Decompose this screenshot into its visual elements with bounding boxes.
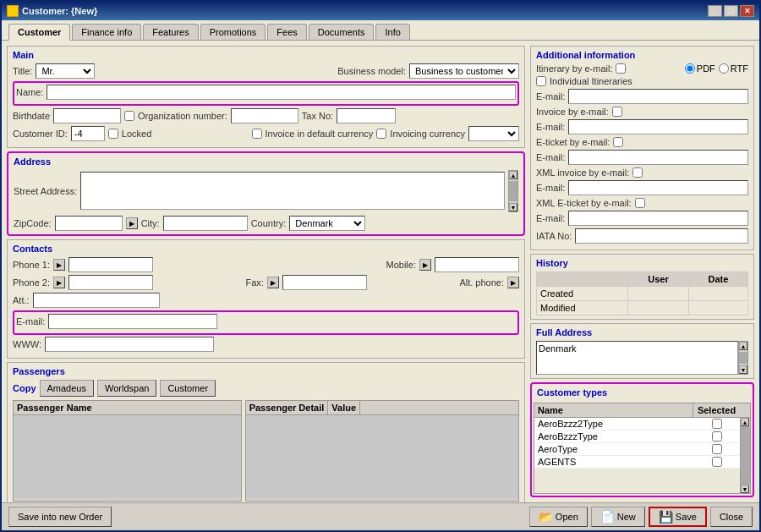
fax-input[interactable] [282, 275, 367, 290]
invoice-by-email-checkbox[interactable] [612, 107, 622, 117]
passenger-name-body [14, 415, 241, 498]
scroll-thumb[interactable] [509, 181, 517, 201]
ct-item-name-1: AeroBzzz2Type [534, 418, 693, 430]
iata-no-input[interactable] [575, 228, 748, 244]
invoice-email-input[interactable] [568, 119, 748, 134]
ct-item-check-4 [693, 457, 740, 467]
phone1-input[interactable] [68, 257, 153, 272]
invoicing-currency-checkbox[interactable] [376, 129, 386, 139]
full-address-area[interactable]: Denmark [536, 341, 738, 375]
ct-checkbox-4[interactable] [712, 457, 722, 467]
country-select[interactable]: Denmark [289, 216, 365, 231]
email-label-1: E-mail: [536, 91, 565, 101]
city-input[interactable] [163, 216, 248, 231]
tab-finance-info[interactable]: Finance info [72, 24, 141, 40]
email-input[interactable] [48, 314, 217, 329]
tab-bar: Customer Finance info Features Promotion… [2, 20, 759, 41]
eticket-by-email-checkbox[interactable] [613, 137, 623, 147]
zipcode-lookup-button[interactable]: ▶ [126, 217, 138, 229]
ct-checkbox-2[interactable] [712, 431, 722, 442]
invoice-default-checkbox[interactable] [252, 129, 262, 139]
tab-fees[interactable]: Fees [267, 24, 306, 40]
ct-scrollbar[interactable]: ▲ ▼ [740, 418, 750, 493]
bottom-right: 📂 Open 📄 New 💾 Save Close [529, 507, 753, 527]
fa-scroll-up-icon[interactable]: ▲ [739, 342, 747, 350]
customer-id-input[interactable] [71, 126, 105, 141]
title-select[interactable]: Mr.Mrs.Ms. [36, 63, 95, 79]
birthdate-input[interactable] [53, 108, 121, 123]
street-address-label: Street Address: [14, 186, 77, 196]
address-scrollbar[interactable]: ▲ ▼ [508, 170, 518, 212]
close-button[interactable]: ✕ [740, 5, 754, 17]
birthdate-checkbox[interactable] [124, 111, 134, 121]
email-row-1: E-mail: [536, 89, 748, 104]
tab-promotions[interactable]: Promotions [200, 24, 266, 40]
name-label: Name: [16, 87, 43, 97]
att-row: Att.: [13, 293, 519, 308]
close-dialog-button[interactable]: Close [710, 507, 753, 527]
fa-scroll-down-icon[interactable]: ▼ [739, 365, 747, 374]
main-window: Customer: {New} _ □ ✕ Customer Finance i… [0, 0, 761, 532]
eticket-email-input[interactable] [568, 150, 748, 165]
www-input[interactable] [45, 337, 214, 352]
org-number-input[interactable] [231, 108, 298, 123]
locked-checkbox[interactable] [108, 129, 118, 139]
amadeus-button[interactable]: Amadeus [40, 380, 94, 397]
tax-no-input[interactable] [337, 108, 396, 123]
xml-eticket-email-input[interactable] [568, 211, 748, 226]
eticket-by-email-row: E-ticket by e-mail: [536, 137, 748, 147]
xml-invoice-email-input[interactable] [568, 180, 748, 195]
customer-id-label: Customer ID: [13, 129, 68, 139]
window-icon [7, 5, 19, 17]
name-input[interactable] [47, 85, 516, 100]
invoicing-currency-select[interactable] [468, 126, 519, 141]
business-model-select[interactable]: Business to customer [409, 63, 519, 79]
xml-invoice-by-email-checkbox[interactable] [632, 167, 643, 178]
alt-phone-lookup-button[interactable]: ▶ [507, 277, 519, 288]
new-button[interactable]: 📄 New [591, 507, 645, 527]
phone2-input[interactable] [68, 275, 153, 290]
pdf-radio[interactable] [685, 63, 695, 74]
full-address-scrollbar[interactable]: ▲ ▼ [738, 341, 748, 375]
xml-invoice-by-email-row: XML invoice by e-mail: [536, 167, 748, 178]
open-button[interactable]: 📂 Open [529, 507, 588, 527]
minimize-button[interactable]: _ [708, 5, 722, 17]
phone2-lookup-button[interactable]: ▶ [53, 277, 65, 288]
tab-documents[interactable]: Documents [309, 24, 375, 40]
individual-itineraries-checkbox[interactable] [536, 76, 546, 86]
phone1-lookup-button[interactable]: ▶ [53, 259, 65, 271]
xml-eticket-by-email-checkbox[interactable] [635, 198, 645, 208]
mobile-lookup-button[interactable]: ▶ [419, 259, 431, 271]
ct-scroll-up-icon[interactable]: ▲ [741, 418, 749, 426]
locked-label: Locked [122, 129, 151, 139]
ct-scroll-thumb[interactable] [741, 426, 750, 485]
mobile-input[interactable] [435, 257, 519, 272]
customer-types-title: Customer types [534, 386, 751, 399]
fa-scroll-thumb[interactable] [739, 352, 747, 364]
title-row: Title: Mr.Mrs.Ms. Business model: Busine… [13, 63, 519, 79]
ct-checkbox-1[interactable] [712, 419, 722, 429]
email-input-1[interactable] [568, 89, 748, 104]
att-input[interactable] [33, 293, 160, 308]
rtf-radio[interactable] [719, 63, 729, 74]
worldspan-button[interactable]: Worldspan [97, 380, 156, 397]
tab-features[interactable]: Features [143, 24, 198, 40]
history-modified-date [688, 301, 747, 315]
zipcode-input[interactable] [55, 216, 123, 231]
save-into-new-order-button[interactable]: Save into new Order [8, 507, 112, 527]
itinerary-email-checkbox[interactable] [616, 63, 626, 74]
fax-label: Fax: [246, 277, 264, 288]
street-address-input[interactable] [80, 172, 505, 210]
ct-checkbox-3[interactable] [712, 444, 722, 454]
ct-scroll-down-icon[interactable]: ▼ [741, 485, 749, 493]
tab-info[interactable]: Info [375, 24, 409, 40]
xml-invoice-by-email-label: XML invoice by e-mail: [536, 167, 629, 178]
scroll-up-icon[interactable]: ▲ [509, 171, 517, 179]
customer-button[interactable]: Customer [160, 380, 216, 397]
xml-invoice-email-label: E-mail: [536, 183, 565, 193]
fax-lookup-button[interactable]: ▶ [267, 277, 279, 288]
tab-customer[interactable]: Customer [8, 24, 70, 41]
scroll-down-icon[interactable]: ▼ [509, 203, 517, 211]
maximize-button[interactable]: □ [724, 5, 738, 17]
save-button[interactable]: 💾 Save [649, 507, 707, 527]
